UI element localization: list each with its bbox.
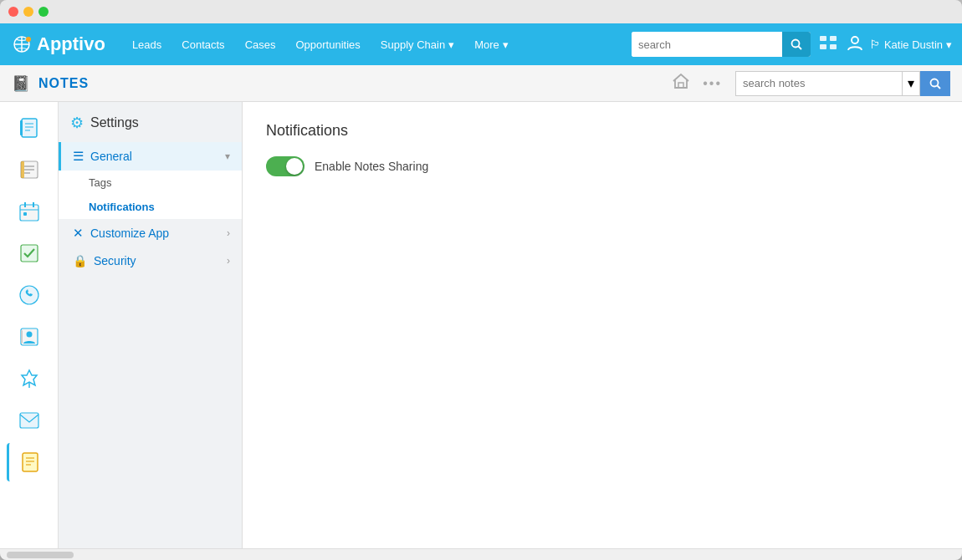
nav-more[interactable]: More ▾ [464, 38, 519, 51]
home-icon[interactable] [673, 74, 689, 93]
more-chevron-icon: ▾ [503, 38, 509, 51]
notes-search: ▾ [735, 71, 950, 96]
svg-point-10 [852, 37, 858, 43]
subheader: 📓 NOTES ••• ▾ [0, 65, 962, 102]
supply-chain-chevron-icon: ▾ [448, 38, 454, 51]
svg-rect-29 [21, 245, 38, 262]
svg-rect-18 [20, 120, 23, 135]
global-search-button[interactable] [782, 32, 811, 57]
enable-sharing-toggle[interactable] [266, 156, 304, 176]
svg-rect-35 [20, 413, 38, 428]
svg-point-3 [26, 37, 31, 42]
enable-sharing-row: Enable Notes Sharing [266, 156, 939, 176]
sidebar-item-phone[interactable] [7, 276, 52, 314]
svg-point-32 [26, 332, 32, 338]
scrollbar-thumb[interactable] [7, 552, 74, 558]
submenu-tags[interactable]: Tags [59, 171, 242, 195]
maximize-button[interactable] [38, 7, 49, 17]
top-navigation: Apptivo Leads Contacts Cases Opportuniti… [0, 23, 962, 65]
svg-rect-14 [22, 119, 37, 137]
sidebar-item-notepad[interactable] [7, 443, 52, 481]
general-icon: ☰ [73, 149, 84, 164]
customize-icon: ✕ [73, 226, 84, 241]
general-chevron-icon: ▾ [225, 150, 230, 162]
security-label: 🔒 Security [73, 254, 136, 267]
notes-search-dropdown[interactable]: ▾ [903, 71, 920, 96]
sidebar-item-pin[interactable] [7, 359, 52, 398]
scrollbar-area [0, 548, 962, 560]
content-area: Notifications Enable Notes Sharing [243, 102, 962, 548]
lock-icon: 🔒 [73, 254, 87, 267]
nav-cases[interactable]: Cases [235, 38, 286, 51]
global-search [632, 32, 811, 57]
svg-rect-11 [678, 83, 683, 88]
dropdown-chevron-icon: ▾ [908, 75, 914, 91]
topnav-icons [819, 34, 864, 55]
notes-title: NOTES [38, 76, 89, 91]
svg-line-5 [798, 47, 801, 50]
svg-rect-7 [830, 36, 837, 41]
app-logo: Apptivo [10, 33, 105, 55]
svg-rect-36 [23, 453, 38, 471]
svg-rect-33 [21, 330, 23, 344]
toggle-knob [286, 158, 303, 175]
svg-rect-28 [23, 212, 27, 216]
sidebar-icon-rail [0, 102, 59, 548]
close-button[interactable] [8, 7, 18, 17]
svg-rect-6 [820, 36, 826, 41]
nav-opportunities[interactable]: Opportunities [285, 38, 370, 51]
settings-menu-customize[interactable]: ✕ Customize App › [59, 219, 242, 247]
content-title: Notifications [266, 122, 939, 140]
customize-label: ✕ Customize App [73, 226, 169, 241]
notes-search-input[interactable] [735, 71, 903, 96]
sidebar-item-contacts[interactable] [7, 318, 52, 356]
svg-point-12 [931, 79, 939, 86]
apps-icon[interactable] [819, 35, 837, 54]
svg-point-4 [791, 40, 799, 48]
settings-title: Settings [90, 115, 139, 130]
svg-rect-8 [820, 44, 826, 49]
main-area: ⚙ Settings ☰ General ▾ Tags Notification… [0, 102, 962, 548]
logo-icon [10, 35, 33, 53]
sidebar-item-list[interactable] [7, 150, 52, 189]
svg-rect-23 [21, 161, 24, 178]
sidebar-item-checklist[interactable] [7, 234, 52, 272]
submenu-notifications[interactable]: Notifications [59, 195, 242, 219]
svg-rect-24 [20, 205, 38, 221]
settings-menu-security[interactable]: 🔒 Security › [59, 247, 242, 274]
general-label: ☰ General [73, 149, 132, 164]
settings-menu-general[interactable]: ☰ General ▾ [59, 142, 242, 171]
global-search-input[interactable] [632, 32, 782, 57]
sidebar-item-calendar[interactable] [7, 192, 52, 231]
svg-rect-9 [830, 44, 837, 49]
more-options-icon[interactable]: ••• [703, 76, 722, 91]
nav-contacts[interactable]: Contacts [171, 38, 234, 51]
enable-sharing-label: Enable Notes Sharing [315, 160, 428, 173]
settings-panel: ⚙ Settings ☰ General ▾ Tags Notification… [59, 102, 243, 548]
settings-header: ⚙ Settings [59, 114, 242, 142]
search-icon [929, 78, 941, 89]
sidebar-item-mail[interactable] [7, 401, 52, 440]
notes-search-button[interactable] [920, 71, 950, 96]
gear-icon: ⚙ [70, 114, 84, 132]
titlebar [0, 0, 962, 23]
user-menu[interactable]: 🏳 Katie Dustin ▾ [869, 38, 952, 51]
user-flag-icon: 🏳 [869, 38, 881, 51]
security-chevron-icon: › [227, 255, 230, 267]
svg-line-13 [938, 85, 941, 89]
user-name: Katie Dustin [884, 38, 943, 51]
user-chevron-icon: ▾ [946, 38, 952, 51]
customize-chevron-icon: › [227, 227, 230, 239]
minimize-button[interactable] [23, 7, 33, 17]
user-profile-icon[interactable] [846, 34, 864, 55]
nav-leads[interactable]: Leads [122, 38, 171, 51]
search-icon [791, 38, 802, 50]
sidebar-item-notebook[interactable] [7, 109, 52, 147]
logo-text: Apptivo [37, 33, 105, 55]
nav-supply-chain[interactable]: Supply Chain ▾ [371, 38, 464, 51]
notes-app-icon: 📓 [12, 74, 30, 93]
general-submenu: Tags Notifications [59, 171, 242, 219]
